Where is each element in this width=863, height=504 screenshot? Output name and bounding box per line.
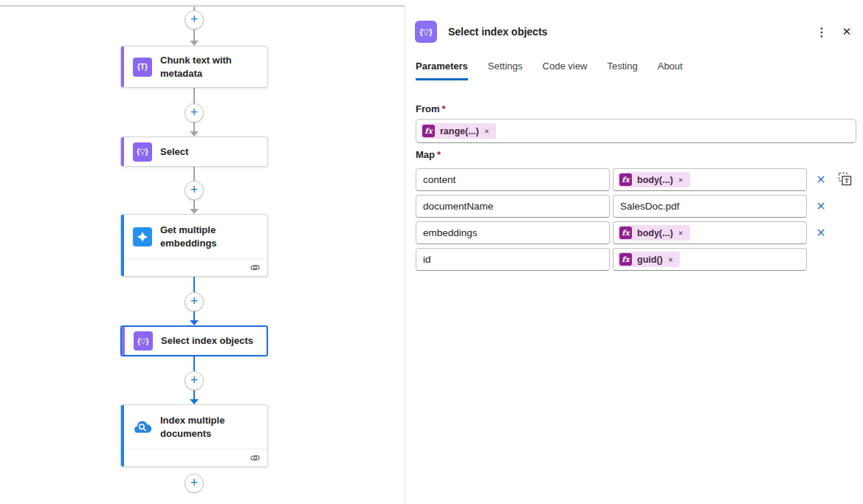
connector-arrow-icon [190, 41, 199, 46]
node-label: Select [160, 145, 188, 159]
from-field-label: From* [416, 103, 446, 114]
remove-token-icon[interactable]: ✕ [678, 229, 684, 237]
canvas-top-divider [0, 5, 405, 7]
tab-settings[interactable]: Settings [488, 61, 523, 80]
operation-panel: {▽} Select index objects ⋮ ✕ Parameters … [405, 0, 863, 504]
map-key-input[interactable]: id [416, 248, 610, 271]
connection-icon [250, 261, 261, 275]
expression-token[interactable]: fx body(...) ✕ [618, 172, 690, 187]
map-key-input[interactable]: embeddings [416, 221, 610, 244]
tab-testing[interactable]: Testing [608, 61, 638, 80]
connection-icon [250, 452, 261, 465]
required-marker: * [435, 149, 441, 160]
node-index-multiple-documents[interactable]: Index multiple documents [120, 404, 268, 467]
map-key-input[interactable]: content [416, 168, 610, 191]
connector [193, 30, 195, 41]
connector [193, 88, 195, 104]
node-select-index-objects[interactable]: {▽} Select index objects [120, 325, 268, 356]
from-input[interactable]: fx range(...) ✕ [416, 119, 856, 143]
braces-select-icon: {▽} [134, 331, 153, 351]
insert-step-button[interactable]: + [185, 103, 204, 122]
node-accent-bar [121, 46, 124, 87]
tab-parameters[interactable]: Parameters [416, 61, 468, 80]
kebab-icon: ⋮ [816, 25, 828, 39]
sparkle-icon [133, 227, 152, 246]
braces-select-icon: {▽} [133, 142, 152, 162]
plus-icon: + [190, 13, 199, 26]
insert-step-button[interactable]: + [185, 10, 204, 30]
remove-token-icon[interactable]: ✕ [678, 176, 684, 184]
node-accent-bar [121, 137, 124, 166]
tab-about[interactable]: About [658, 61, 683, 80]
fx-icon: fx [619, 173, 632, 186]
insert-step-button[interactable]: + [185, 371, 204, 390]
connector [193, 167, 195, 182]
node-get-multiple-embeddings[interactable]: Get multiple embeddings [120, 214, 268, 277]
text-mode-icon: T [838, 172, 852, 188]
text-mode-toggle-button[interactable]: T [836, 168, 853, 191]
tab-code-view[interactable]: Code view [543, 61, 588, 80]
insert-step-button[interactable]: + [185, 474, 204, 493]
connector-arrow-icon [190, 209, 199, 214]
node-accent-bar [122, 327, 125, 355]
panel-tabs: Parameters Settings Code view Testing Ab… [416, 61, 683, 80]
connector-highlighted [193, 277, 195, 293]
remove-token-icon[interactable]: ✕ [484, 128, 489, 135]
expression-token[interactable]: fx body(...) ✕ [618, 225, 690, 241]
fx-icon: fx [422, 125, 435, 137]
fx-icon: fx [619, 253, 632, 266]
plus-icon: + [190, 294, 199, 308]
braces-text-icon: {T} [133, 58, 152, 77]
panel-title: Select index objects [448, 26, 548, 38]
fx-icon: fx [619, 227, 632, 239]
delete-icon: ✕ [816, 226, 825, 240]
connector-arrow-icon [190, 320, 199, 325]
map-value-input[interactable]: fx body(...) ✕ [613, 221, 807, 244]
insert-step-button[interactable]: + [185, 181, 204, 200]
node-chunk-text-with-metadata[interactable]: {T} Chunk text with metadata [120, 46, 268, 88]
node-label: Select index objects [161, 334, 253, 348]
node-label: Get multiple embeddings [160, 224, 260, 250]
node-label: Chunk text with metadata [160, 54, 260, 80]
plus-icon: + [190, 476, 199, 489]
node-accent-bar [121, 215, 124, 276]
delete-row-button[interactable]: ✕ [813, 168, 829, 191]
more-options-button[interactable]: ⋮ [814, 24, 829, 39]
required-marker: * [440, 103, 446, 114]
braces-select-icon: {▽} [415, 21, 437, 43]
connector-highlighted [193, 356, 195, 372]
remove-token-icon[interactable]: ✕ [668, 256, 673, 263]
close-panel-button[interactable]: ✕ [839, 24, 854, 39]
connector-arrow-icon [190, 131, 199, 137]
map-value-input[interactable]: fx body(...) ✕ [613, 168, 807, 191]
expression-token[interactable]: fx guid() ✕ [618, 252, 680, 267]
delete-row-button[interactable]: ✕ [813, 221, 829, 244]
svg-text:T: T [844, 176, 848, 184]
node-label: Index multiple documents [160, 414, 260, 441]
delete-icon: ✕ [816, 173, 825, 187]
map-field-label: Map* [416, 149, 441, 160]
map-value-input[interactable]: fx guid() ✕ [613, 248, 807, 271]
connector-arrow-icon [190, 399, 199, 404]
plus-icon: + [190, 373, 199, 387]
cloud-search-icon [133, 418, 152, 437]
expression-token[interactable]: fx range(...) ✕ [421, 123, 496, 139]
insert-step-button[interactable]: + [185, 292, 204, 311]
plus-icon: + [190, 106, 199, 119]
delete-icon: ✕ [816, 199, 825, 213]
workflow-canvas[interactable]: + + + + + + {T} Chunk text with metadata… [0, 0, 405, 504]
delete-row-button[interactable]: ✕ [813, 195, 829, 218]
plus-icon: + [190, 183, 199, 196]
map-value-input[interactable]: SalesDoc.pdf [613, 195, 807, 218]
close-icon: ✕ [842, 25, 852, 38]
node-accent-bar [121, 405, 124, 466]
node-select[interactable]: {▽} Select [120, 137, 268, 167]
map-key-input[interactable]: documentName [416, 195, 610, 218]
